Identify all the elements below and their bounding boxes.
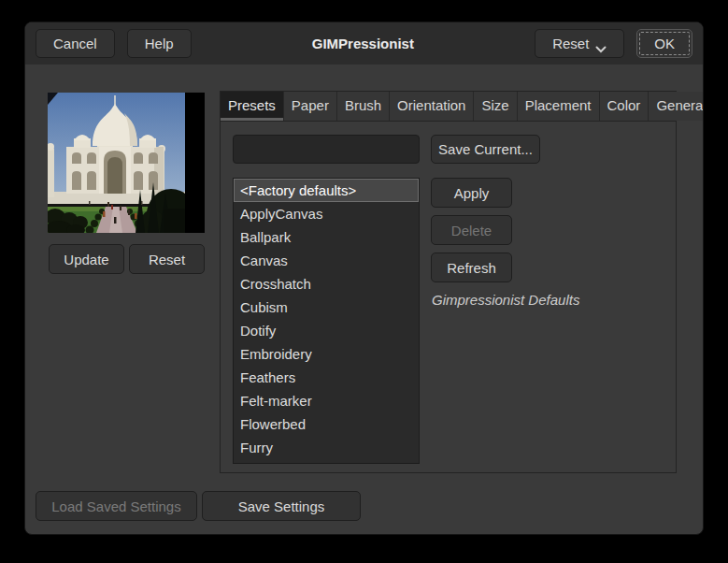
help-button[interactable]: Help — [127, 29, 192, 58]
taj-mahal-illustration — [48, 93, 185, 233]
list-item-embroidery[interactable]: Embroidery — [234, 342, 419, 366]
save-current-button[interactable]: Save Current... — [431, 135, 540, 164]
tab-size[interactable]: Size — [474, 92, 517, 121]
tab-bar: Presets Paper Brush Orientation Size Pla… — [221, 92, 676, 122]
list-item-feathers[interactable]: Feathers — [234, 366, 419, 389]
list-item-ballpark[interactable]: Ballpark — [234, 225, 419, 249]
tab-placement[interactable]: Placement — [518, 92, 600, 121]
update-button[interactable]: Update — [49, 244, 124, 274]
tab-paper[interactable]: Paper — [284, 92, 337, 121]
list-item-furry[interactable]: Furry — [234, 436, 419, 459]
reset-dropdown-button[interactable]: Reset — [535, 29, 624, 58]
preview-reset-button[interactable]: Reset — [129, 244, 205, 274]
list-item-factory-defaults[interactable]: <Factory defaults> — [234, 179, 419, 202]
save-settings-button[interactable]: Save Settings — [202, 491, 361, 521]
tab-brush[interactable]: Brush — [337, 92, 390, 121]
tab-orientation[interactable]: Orientation — [390, 92, 474, 121]
dialog-title: GIMPressionist — [204, 36, 523, 51]
list-item-applycanvas[interactable]: ApplyCanvas — [234, 202, 419, 225]
list-item-felt-marker[interactable]: Felt-marker — [234, 389, 419, 412]
desktop-background: { "window": { "title": "GIMPressionist" … — [0, 0, 728, 563]
reset-dropdown-label: Reset — [552, 36, 589, 51]
tab-general[interactable]: General — [649, 92, 704, 121]
list-item-cubism[interactable]: Cubism — [234, 296, 419, 319]
preset-name-input[interactable] — [233, 135, 420, 164]
list-item-crosshatch[interactable]: Crosshatch — [234, 272, 419, 296]
list-item-flowerbed[interactable]: Flowerbed — [234, 412, 419, 436]
chevron-down-icon — [595, 40, 607, 48]
preset-description: Gimpressionist Defaults — [432, 292, 579, 308]
presets-panel: Save Current... <Factory defaults> Apply… — [221, 122, 676, 474]
ok-button[interactable]: OK — [636, 29, 692, 58]
preset-list[interactable]: <Factory defaults> ApplyCanvas Ballpark … — [233, 178, 420, 464]
apply-button[interactable]: Apply — [431, 178, 512, 208]
delete-button: Delete — [431, 215, 512, 245]
list-item-canvas[interactable]: Canvas — [234, 249, 419, 272]
gimpressionist-dialog: Cancel Help GIMPressionist Reset OK — [24, 22, 704, 535]
dialog-action-bar: Cancel Help GIMPressionist Reset OK — [25, 22, 703, 65]
settings-notebook: Presets Paper Brush Orientation Size Pla… — [220, 91, 677, 473]
preview-image[interactable] — [48, 93, 205, 233]
refresh-button[interactable]: Refresh — [431, 253, 512, 282]
cancel-button[interactable]: Cancel — [36, 29, 115, 58]
list-item-dotify[interactable]: Dotify — [234, 319, 419, 342]
tab-presets[interactable]: Presets — [221, 92, 284, 121]
load-saved-settings-button: Load Saved Settings — [36, 491, 197, 521]
tab-color[interactable]: Color — [600, 92, 649, 121]
